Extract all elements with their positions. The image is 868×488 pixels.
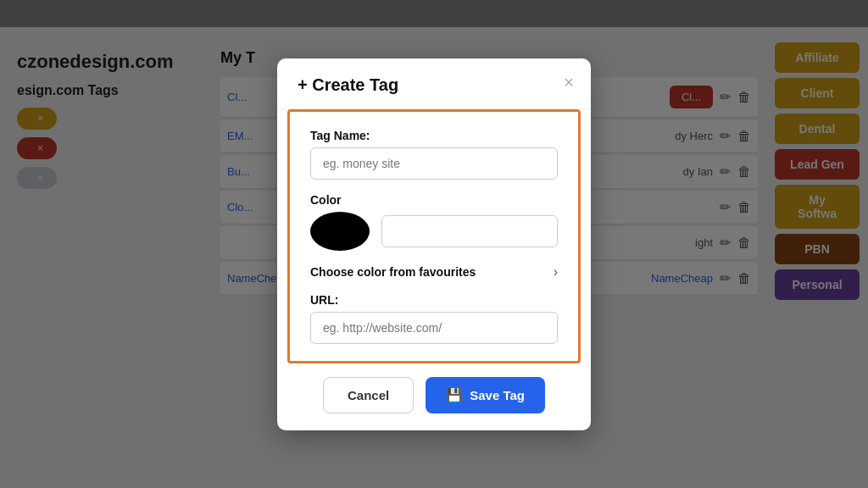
color-swatch[interactable] [310, 212, 370, 251]
color-label: Color [310, 193, 558, 207]
modal-form-area: Tag Name: Color #000000 Choose color fro… [287, 109, 581, 363]
color-favourites-row[interactable]: Choose color from favourites › [310, 264, 558, 280]
tag-name-input[interactable] [310, 147, 558, 180]
tag-name-label: Tag Name: [310, 129, 558, 142]
modal-overlay: + Create Tag × Tag Name: Color #000000 C… [0, 0, 868, 488]
color-favourites-label: Choose color from favourites [310, 265, 476, 279]
save-tag-button[interactable]: 💾 Save Tag [426, 377, 545, 413]
cancel-button[interactable]: Cancel [323, 377, 414, 413]
modal-title: + Create Tag [298, 75, 398, 95]
url-label: URL: [310, 293, 558, 307]
save-icon: 💾 [446, 387, 463, 403]
color-hex-input[interactable]: #000000 [381, 215, 558, 247]
chevron-right-icon: › [554, 264, 558, 280]
url-input[interactable] [310, 312, 558, 344]
modal-close-button[interactable]: × [564, 74, 574, 91]
create-tag-modal: + Create Tag × Tag Name: Color #000000 C… [277, 58, 591, 430]
save-label: Save Tag [470, 388, 525, 402]
color-row: #000000 [310, 212, 558, 251]
modal-footer: Cancel 💾 Save Tag [277, 363, 591, 430]
modal-header: + Create Tag × [277, 58, 591, 109]
